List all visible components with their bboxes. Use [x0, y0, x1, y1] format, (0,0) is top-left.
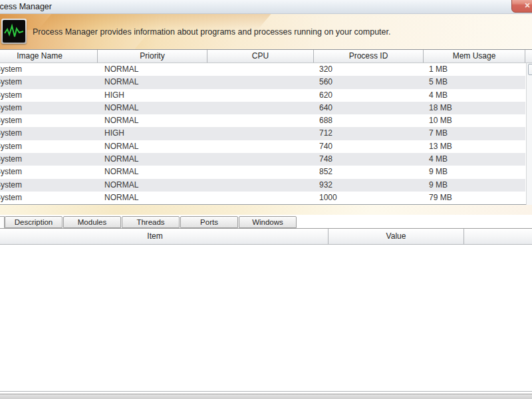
vertical-scrollbar[interactable]: ▲ [526, 63, 532, 205]
table-cell [207, 76, 314, 88]
table-cell: 932 [314, 179, 424, 192]
table-cell: NORMAL [98, 76, 207, 88]
table-cell: System [0, 140, 98, 153]
table-cell: HIGH [98, 127, 207, 140]
table-cell [207, 153, 314, 166]
table-cell: 560 [314, 76, 424, 88]
table-cell: NORMAL [98, 102, 207, 114]
tab-windows[interactable]: Windows [239, 216, 297, 228]
table-cell: System [0, 102, 98, 114]
table-cell: 688 [314, 114, 424, 127]
banner-description: Process Manager provides information abo… [33, 14, 390, 49]
close-button[interactable]: ✕ [511, 0, 532, 13]
column-header-filler [464, 229, 532, 244]
table-cell: HIGH [98, 89, 207, 102]
detail-table-header-row: ItemValue [0, 229, 532, 245]
table-row[interactable]: SystemNORMAL68810 MB [0, 114, 525, 127]
table-cell: 852 [314, 166, 424, 178]
table-row[interactable]: SystemNORMAL7484 MB [0, 153, 525, 166]
table-cell: System [0, 63, 98, 76]
table-cell: NORMAL [98, 114, 207, 127]
column-header-priority[interactable]: Priority [98, 50, 207, 63]
table-cell: System [0, 179, 98, 192]
detail-table-body [0, 245, 532, 392]
horizontal-scrollbar[interactable] [0, 394, 532, 399]
close-icon: ✕ [524, 1, 530, 9]
table-cell: System [0, 192, 98, 204]
table-cell [207, 114, 314, 127]
tab-description[interactable]: Description [5, 216, 63, 228]
table-cell: System [0, 76, 98, 88]
table-cell: 748 [314, 153, 424, 166]
table-cell [207, 192, 314, 204]
table-row[interactable]: SystemNORMAL5605 MB [0, 76, 525, 88]
table-cell [207, 89, 314, 102]
table-cell: 4 MB [424, 153, 525, 166]
table-cell: NORMAL [98, 166, 207, 178]
process-manager-window: Process Manager ✕ Process Manager provid… [0, 0, 532, 399]
table-row[interactable]: SystemNORMAL100079 MB [0, 192, 525, 204]
table-cell [207, 179, 314, 192]
table-cell: 640 [314, 102, 424, 114]
process-table-header-row: Image NamePriorityCPUProcess IDMem Usage [0, 49, 532, 63]
tab-ports[interactable]: Ports [180, 216, 238, 228]
window-title: Process Manager [0, 2, 52, 11]
table-cell: System [0, 166, 98, 178]
table-cell: 712 [314, 127, 424, 140]
table-row[interactable]: SystemNORMAL3201 MB [0, 63, 525, 76]
table-cell: 9 MB [424, 179, 525, 192]
table-cell [207, 166, 314, 178]
table-cell [207, 63, 314, 76]
title-bar: Process Manager [0, 0, 532, 14]
table-row[interactable]: SystemNORMAL8529 MB [0, 166, 525, 178]
table-cell: 10 MB [424, 114, 525, 127]
dialog-background-strip [0, 205, 532, 215]
table-cell: 5 MB [424, 76, 525, 88]
table-cell: 1000 [314, 192, 424, 204]
process-table-body: SystemNORMAL3201 MBSystemNORMAL5605 MBSy… [0, 63, 532, 204]
table-cell: System [0, 153, 98, 166]
table-cell: 4 MB [424, 89, 525, 102]
table-cell: NORMAL [98, 192, 207, 204]
table-cell: 79 MB [424, 192, 525, 204]
tab-strip: DescriptionModulesThreadsPortsWindows [0, 215, 532, 229]
tab-threads[interactable]: Threads [122, 216, 180, 228]
scroll-up-button[interactable]: ▲ [528, 64, 532, 75]
table-cell: 7 MB [424, 127, 525, 140]
table-cell: System [0, 89, 98, 102]
column-header-mem-usage[interactable]: Mem Usage [424, 50, 525, 63]
table-row[interactable]: SystemHIGH6204 MB [0, 89, 525, 102]
table-cell: 320 [314, 63, 424, 76]
table-cell [207, 127, 314, 140]
table-cell [207, 140, 314, 153]
process-list: Image NamePriorityCPUProcess IDMem Usage… [0, 49, 532, 205]
table-row[interactable]: SystemHIGH7127 MB [0, 127, 525, 140]
tab-modules[interactable]: Modules [63, 216, 121, 228]
column-header-item[interactable]: Item [0, 229, 329, 244]
column-header-process-id[interactable]: Process ID [314, 50, 424, 63]
table-cell: NORMAL [98, 63, 207, 76]
column-header-filler [525, 50, 532, 63]
table-cell: NORMAL [98, 153, 207, 166]
tab-strip-edge [0, 216, 5, 228]
table-row[interactable]: SystemNORMAL64018 MB [0, 102, 525, 114]
column-header-cpu[interactable]: CPU [207, 50, 314, 63]
column-header-value[interactable]: Value [329, 229, 464, 244]
table-cell: 1 MB [424, 63, 525, 76]
table-cell: 620 [314, 89, 424, 102]
table-cell: 9 MB [424, 166, 525, 178]
header-banner: Process Manager provides information abo… [0, 14, 532, 49]
table-cell: NORMAL [98, 179, 207, 192]
table-cell: 13 MB [424, 140, 525, 153]
table-cell [207, 102, 314, 114]
table-cell: NORMAL [98, 140, 207, 153]
table-row[interactable]: SystemNORMAL74013 MB [0, 140, 525, 153]
process-activity-icon [1, 19, 27, 44]
table-cell: System [0, 127, 98, 140]
table-cell: 18 MB [424, 102, 525, 114]
table-cell: 740 [314, 140, 424, 153]
table-cell: System [0, 114, 98, 127]
table-row[interactable]: SystemNORMAL9329 MB [0, 179, 525, 192]
column-header-image-name[interactable]: Image Name [0, 50, 98, 63]
